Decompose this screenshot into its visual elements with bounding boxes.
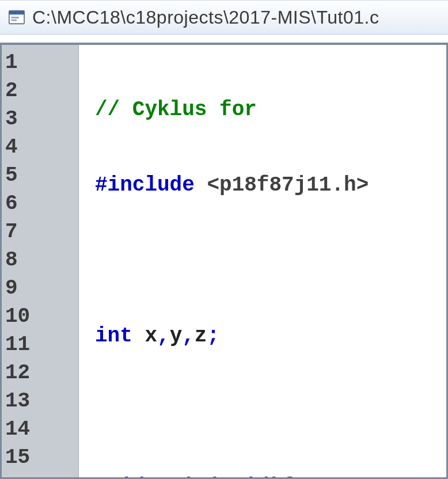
- line-number: 6: [2, 189, 78, 218]
- line-number: 14: [2, 415, 78, 443]
- line-number: 2: [2, 77, 78, 105]
- code-token: [145, 475, 157, 479]
- code-token: void: [95, 475, 145, 479]
- code-token: void: [219, 475, 269, 479]
- code-token: {: [282, 475, 294, 479]
- line-number: 7: [2, 218, 78, 246]
- line-number: 11: [2, 330, 78, 359]
- code-token: ,: [157, 324, 170, 348]
- line-number: 1: [2, 48, 78, 77]
- svg-rect-1: [9, 11, 24, 15]
- code-token: [132, 324, 145, 348]
- code-editor[interactable]: 1 2 3 4 5 6 7 8 9 10 11 12 13 14 15 // C…: [0, 43, 448, 479]
- code-line[interactable]: int x,y,z;: [95, 322, 446, 350]
- code-line[interactable]: #include <p18f87j11.h>: [95, 171, 446, 199]
- line-number: 4: [2, 133, 78, 161]
- code-token: ,: [182, 324, 195, 348]
- code-token: z: [195, 324, 207, 348]
- window-title: C:\MCC18\c18projects\2017-MIS\Tut01.c: [32, 7, 379, 28]
- svg-rect-2: [12, 17, 19, 18]
- code-token: main: [157, 475, 207, 479]
- code-token: #include: [95, 173, 195, 197]
- code-token: (: [207, 475, 219, 479]
- code-line[interactable]: void main(void){: [95, 473, 446, 479]
- code-token: x: [145, 324, 157, 348]
- code-line[interactable]: // Cyklus for: [95, 96, 446, 124]
- line-number: 15: [2, 443, 78, 472]
- code-token: y: [170, 324, 183, 348]
- line-number: 9: [2, 274, 78, 302]
- line-number-gutter: 1 2 3 4 5 6 7 8 9 10 11 12 13 14 15: [2, 45, 79, 477]
- code-line[interactable]: [95, 397, 446, 425]
- code-token: // Cyklus for: [95, 98, 257, 121]
- code-token: <p18f87j11.h>: [207, 173, 369, 197]
- line-number: 8: [2, 246, 78, 274]
- code-token: ;: [207, 324, 219, 348]
- line-number: 13: [2, 387, 78, 415]
- code-text-area[interactable]: // Cyklus for #include <p18f87j11.h> int…: [79, 45, 446, 477]
- editor-window: C:\MCC18\c18projects\2017-MIS\Tut01.c 1 …: [0, 0, 448, 479]
- line-number: 10: [2, 302, 78, 330]
- code-line[interactable]: [95, 246, 446, 275]
- code-token: [195, 173, 207, 197]
- line-number: 12: [2, 359, 78, 387]
- title-bar[interactable]: C:\MCC18\c18projects\2017-MIS\Tut01.c: [0, 0, 448, 35]
- code-token: ): [269, 475, 282, 479]
- code-token: int: [95, 324, 132, 348]
- document-window-icon: [8, 9, 25, 26]
- line-number: 3: [2, 105, 78, 133]
- line-number: 5: [2, 161, 78, 189]
- svg-rect-3: [12, 20, 17, 21]
